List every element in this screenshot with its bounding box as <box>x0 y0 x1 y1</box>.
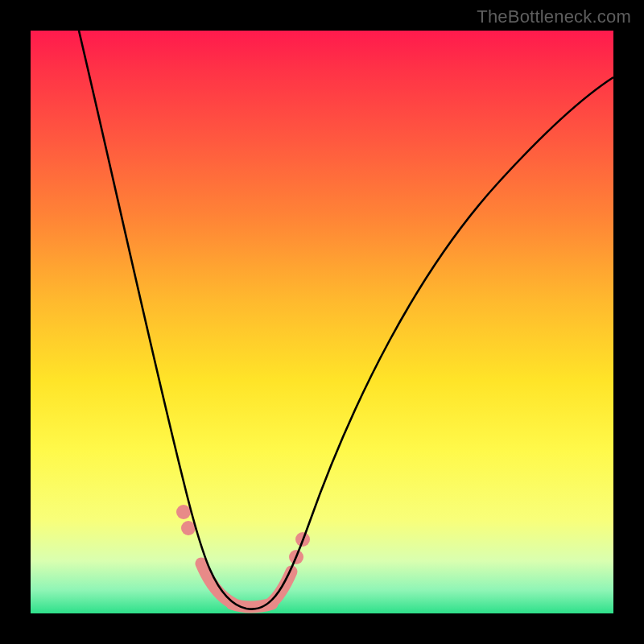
emphasis-marks <box>176 505 310 607</box>
curve-layer <box>31 31 613 613</box>
chart-frame: TheBottleneck.com <box>0 0 644 644</box>
plot-area <box>31 31 613 613</box>
watermark-text: TheBottleneck.com <box>477 6 631 27</box>
bottleneck-curve <box>79 31 613 609</box>
svg-point-0 <box>176 505 191 519</box>
